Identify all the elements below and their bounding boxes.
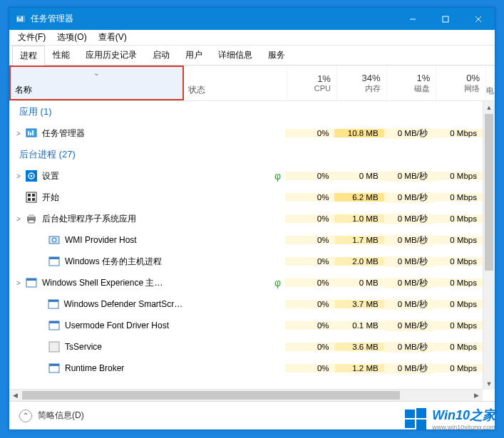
- window-icon: [48, 319, 61, 332]
- network-cell: 0 Mbps: [433, 364, 483, 372]
- svg-rect-3: [21, 16, 23, 21]
- column-extra[interactable]: 电: [486, 66, 495, 100]
- process-name-cell: >后台处理程序子系统应用: [9, 212, 182, 225]
- window-title: 任务管理器: [31, 13, 396, 25]
- column-disk[interactable]: 1% 磁盘: [387, 66, 437, 100]
- expand-chevron-icon[interactable]: >: [14, 130, 24, 137]
- process-row[interactable]: Runtime Broker0%1.2 MB0 MB/秒0 Mbps: [9, 358, 483, 379]
- generic-icon: [48, 340, 61, 353]
- memory-cell: 0 MB: [334, 278, 384, 287]
- column-memory[interactable]: 34% 内存: [337, 66, 387, 100]
- process-name: WMI Provider Host: [65, 235, 137, 245]
- disk-cell: 0 MB/秒: [384, 256, 433, 267]
- window-icon: [47, 298, 59, 311]
- scroll-up-icon[interactable]: ▲: [483, 101, 495, 113]
- process-row[interactable]: 开始0%6.2 MB0 MB/秒0 Mbps: [9, 187, 483, 208]
- process-row[interactable]: >后台处理程序子系统应用0%1.0 MB0 MB/秒0 Mbps: [9, 208, 483, 229]
- svg-rect-26: [49, 257, 59, 259]
- app-icon: [15, 14, 26, 25]
- menu-view[interactable]: 查看(V): [93, 30, 133, 45]
- svg-rect-16: [28, 194, 31, 197]
- watermark-brand: Win10之家: [432, 408, 495, 422]
- svg-rect-9: [28, 131, 29, 135]
- process-row[interactable]: >任务管理器0%10.8 MB0 MB/秒0 Mbps: [9, 122, 483, 144]
- memory-cell: 2.0 MB: [335, 257, 384, 266]
- network-cell: 0 Mbps: [433, 321, 483, 330]
- process-row[interactable]: >Windows Shell Experience 主…φ0%0 MB0 MB/…: [9, 272, 483, 293]
- process-name-cell: >设置: [9, 170, 182, 182]
- svg-rect-11: [32, 130, 34, 135]
- cpu-cell: 0%: [285, 236, 334, 244]
- process-row[interactable]: TsService0%3.6 MB0 MB/秒0 Mbps: [9, 336, 483, 358]
- tab-performance[interactable]: 性能: [45, 45, 78, 65]
- scroll-left-icon[interactable]: ◀: [9, 390, 21, 401]
- process-row[interactable]: >设置φ0%0 MB0 MB/秒0 Mbps: [9, 165, 483, 187]
- process-row[interactable]: Windows Defender SmartScr…0%3.7 MB0 MB/秒…: [9, 293, 483, 315]
- svg-point-14: [31, 175, 33, 177]
- tab-processes[interactable]: 进程: [12, 46, 45, 66]
- titlebar[interactable]: 任务管理器: [9, 8, 495, 30]
- process-name-cell: >Windows Shell Experience 主…: [9, 276, 182, 289]
- minimize-button[interactable]: [396, 8, 429, 30]
- group-apps[interactable]: 应用 (1): [9, 101, 483, 122]
- column-name[interactable]: ⌄ 名称: [9, 66, 184, 100]
- memory-cell: 0 MB: [334, 172, 384, 180]
- process-name: 设置: [42, 170, 59, 182]
- column-network[interactable]: 0% 网络: [436, 66, 486, 100]
- process-row[interactable]: WMI Provider Host0%1.7 MB0 MB/秒0 Mbps: [9, 229, 483, 251]
- leaf-icon: φ: [274, 170, 281, 182]
- svg-rect-38: [405, 419, 415, 428]
- tab-users[interactable]: 用户: [178, 45, 210, 65]
- memory-cell: 3.7 MB: [335, 300, 384, 308]
- scroll-down-icon[interactable]: ▼: [483, 377, 495, 390]
- window-icon: [48, 362, 61, 375]
- network-cell: 0 Mbps: [433, 129, 483, 137]
- cpu-cell: 0%: [285, 343, 334, 351]
- vertical-scrollbar[interactable]: ▲ ▼: [483, 101, 495, 390]
- horizontal-scrollbar[interactable]: ◀ ▶: [9, 389, 483, 401]
- process-row[interactable]: Usermode Font Driver Host0%0.1 MB0 MB/秒0…: [9, 315, 483, 336]
- disk-cell: 0 MB/秒: [384, 171, 433, 182]
- svg-rect-28: [26, 278, 36, 281]
- expand-chevron-icon[interactable]: >: [14, 279, 24, 287]
- fewer-details-button[interactable]: 简略信息(D): [38, 410, 84, 422]
- menu-file[interactable]: 文件(F): [12, 30, 51, 45]
- maximize-button[interactable]: [429, 8, 462, 30]
- network-cell: 0 Mbps: [433, 193, 483, 202]
- hscroll-thumb[interactable]: [22, 391, 400, 400]
- menu-options[interactable]: 选项(O): [51, 30, 92, 45]
- column-header-row: ⌄ 名称 状态 1% CPU 34% 内存 1% 磁盘 0% 网络 电: [9, 66, 495, 101]
- tab-startup[interactable]: 启动: [145, 45, 178, 65]
- disk-cell: 0 MB/秒: [384, 214, 433, 224]
- service-icon: [48, 234, 61, 246]
- disk-cell: 0 MB/秒: [384, 235, 433, 246]
- disk-cell: 0 MB/秒: [384, 320, 433, 331]
- process-name-cell: WMI Provider Host: [9, 234, 182, 246]
- window-icon: [25, 276, 38, 289]
- column-status[interactable]: 状态: [184, 66, 287, 100]
- tab-app-history[interactable]: 应用历史记录: [78, 45, 145, 65]
- network-cell: 0 Mbps: [433, 257, 483, 266]
- cpu-cell: 0%: [285, 172, 334, 180]
- scroll-thumb[interactable]: [485, 114, 493, 271]
- process-name: 开始: [42, 192, 59, 204]
- chevron-up-icon[interactable]: ⌃: [19, 410, 32, 422]
- close-button[interactable]: [462, 8, 495, 30]
- process-name: 任务管理器: [42, 127, 85, 140]
- tab-services[interactable]: 服务: [260, 45, 293, 65]
- disk-cell: 0 MB/秒: [384, 342, 433, 353]
- expand-chevron-icon[interactable]: >: [14, 172, 24, 180]
- svg-rect-32: [49, 321, 59, 323]
- column-cpu[interactable]: 1% CPU: [287, 66, 337, 100]
- group-bg[interactable]: 后台进程 (27): [9, 144, 483, 165]
- task-manager-window: 任务管理器 文件(F) 选项(O) 查看(V) 进程 性能 应用历史记录 启动 …: [9, 7, 495, 430]
- process-row[interactable]: Windows 任务的主机进程0%2.0 MB0 MB/秒0 Mbps: [9, 251, 483, 272]
- cpu-cell: 0%: [285, 129, 334, 137]
- column-name-label: 名称: [15, 84, 178, 96]
- expand-chevron-icon[interactable]: >: [14, 215, 24, 223]
- disk-cell: 0 MB/秒: [384, 278, 433, 288]
- scroll-right-icon[interactable]: ▶: [470, 390, 483, 401]
- tab-details[interactable]: 详细信息: [210, 45, 260, 65]
- network-cell: 0 Mbps: [433, 214, 483, 223]
- tabbar: 进程 性能 应用历史记录 启动 用户 详细信息 服务: [9, 46, 495, 66]
